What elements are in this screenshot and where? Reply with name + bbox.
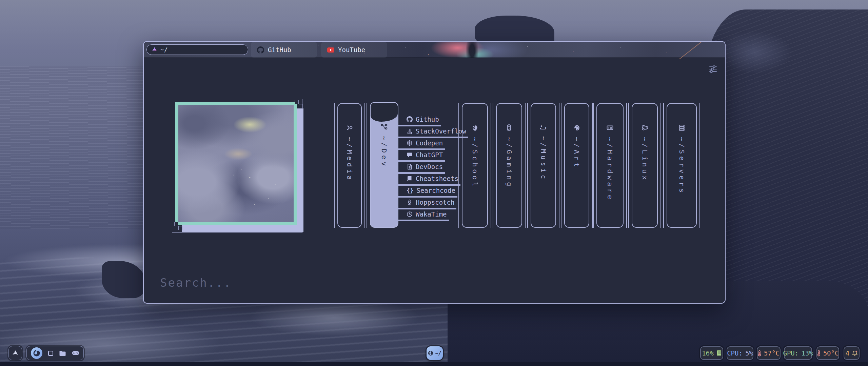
active-window-label: ~/ [435,350,441,357]
frame-handle [299,104,303,108]
book-music[interactable]: ♫ ~/Music [531,103,556,228]
frame-handle [178,226,182,230]
browser-window: ~/ GitHub YouTube [143,41,726,304]
book-label: ~/Art [573,137,581,169]
memory-widget: 16% [700,346,723,360]
artwork-clouds-image [178,105,294,222]
gpu-widget: GPU: 13% [784,346,812,360]
link-label: Hoppscotch [416,199,454,206]
palette-icon [573,124,580,131]
link-chatgpt[interactable]: ChatGPT [398,150,445,159]
link-label: ChatGPT [416,151,443,159]
link-github[interactable]: Github [398,115,441,124]
link-label: Cheatsheets [416,175,458,182]
rocket-icon [407,199,413,205]
youtube-icon [327,47,334,53]
book-gaming[interactable]: ~/Gaming [496,103,522,228]
firefox-icon [31,347,42,359]
cpu-widget: CPU: 5% [727,346,753,360]
tab-youtube[interactable]: YouTube [321,42,387,58]
link-stackoverflow[interactable]: StackOverflow [398,127,468,136]
url-bar[interactable]: ~/ [146,44,248,55]
shelf-divider [367,103,367,228]
github-icon [407,116,413,122]
link-label: WakaTime [416,210,447,218]
book-label: ~/Music [539,136,548,181]
gpu-label: GPU: [783,349,798,357]
link-wakatime[interactable]: WakaTime [398,210,449,219]
shelf-divider [493,103,493,228]
gpu-temp-widget: 50°C [816,346,839,360]
github-icon [257,46,264,54]
gpu-temp-value: 50°C [823,349,839,357]
shelf-divider [334,103,335,228]
book-hardware[interactable]: ~/Hardware [596,103,624,228]
arch-logo-icon [12,350,19,357]
folder-icon [59,350,66,356]
sliders-icon[interactable] [708,64,718,74]
book-label: ~/Hardware [606,137,614,201]
link-label: Codepen [416,139,443,147]
shelf-divider [592,103,593,228]
shelf-divider [593,103,594,228]
chat-bubble-icon [407,152,413,158]
bell-icon [852,350,857,356]
person-icon [346,124,353,131]
shelf-divider [491,103,491,228]
git-branch-icon [380,123,388,130]
ram-icon [716,350,722,356]
book-label: ~/Linux [641,137,649,182]
link-codepen[interactable]: Codepen [398,139,445,147]
music-note-icon: ♫ [539,124,548,131]
globe-icon [428,350,433,356]
link-searchcode[interactable]: {} Searchcode [398,186,457,195]
search-input[interactable] [159,276,697,293]
book-art[interactable]: ~/Art [564,103,589,228]
memory-value: 16% [702,349,713,357]
book-dev[interactable]: ~/Dev [370,102,398,228]
codepen-icon [407,140,413,146]
link-cheatsheets[interactable]: Cheatsheets [398,174,460,183]
dock [26,346,84,360]
cpu-value: 5% [745,349,753,357]
braces-icon: {} [407,187,413,194]
shelf-divider [663,103,664,228]
shelf-divider [626,103,627,228]
cpu-temp-value: 57°C [764,349,780,357]
link-devdocs[interactable]: DevDocs [398,162,445,171]
book-servers[interactable]: ~/Servers [667,103,697,228]
dock-item-games[interactable] [72,351,79,355]
link-label: Searchcode [416,187,455,194]
frame-handle [174,222,178,226]
book-media[interactable]: ~/Media [337,103,362,228]
thermometer-icon [817,350,821,357]
notification-count: 4 [846,349,849,357]
launcher-button[interactable] [8,346,22,360]
url-text: ~/ [160,46,168,53]
server-rack-icon [678,124,686,131]
shelf-divider [458,103,459,228]
tab-github[interactable]: GitHub [251,42,317,58]
link-label: DevDocs [416,163,443,170]
notifications-widget[interactable]: 4 [844,346,860,360]
shelf-divider [559,103,559,228]
arch-logo-icon [152,47,157,53]
book-school[interactable]: ~/School [462,103,488,228]
book-label: ~/Media [346,137,354,182]
tab-label: YouTube [338,46,365,54]
link-hoppscotch[interactable]: Hoppscotch [398,198,456,207]
shelf-divider [525,103,526,228]
taskbar-active-window[interactable]: ~/ [427,346,443,360]
computer-icon [606,124,614,131]
stackoverflow-icon [407,128,413,134]
book-label: ~/Dev [380,136,388,168]
artwork-teal-frame [175,102,297,225]
dock-item-firefox[interactable] [31,347,42,359]
shelf-divider [527,103,528,228]
book-linux[interactable]: ~/Linux [632,103,658,228]
shelf-divider [699,103,700,228]
dock-item-files[interactable] [59,350,66,356]
clock-icon [407,211,413,217]
dock-item-window[interactable] [48,351,53,356]
tab-label: GitHub [268,46,291,54]
